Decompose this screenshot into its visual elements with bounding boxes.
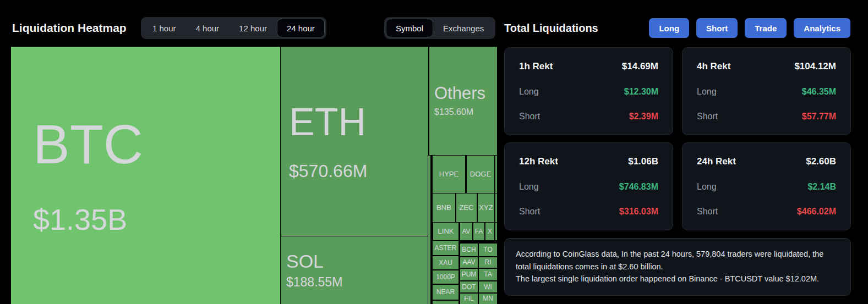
treemap-cell[interactable] bbox=[428, 156, 430, 304]
cell-label: ZEC bbox=[460, 204, 474, 212]
rekt-card: 4h Rekt $104.12M Long $46.35M Short $57.… bbox=[682, 47, 851, 135]
cell-label: FA bbox=[475, 228, 483, 235]
timeframe-tab[interactable]: 24 hour bbox=[277, 19, 325, 37]
cell-label: NEAR bbox=[436, 289, 455, 296]
rekt-card-short-row: Short $57.77M bbox=[697, 112, 836, 121]
short-label: Short bbox=[697, 207, 718, 217]
rekt-card-long-row: Long $46.35M bbox=[697, 87, 836, 97]
action-button[interactable]: Short bbox=[696, 18, 738, 38]
action-button[interactable]: Long bbox=[649, 18, 689, 38]
treemap-cell-link[interactable]: LINK bbox=[433, 223, 458, 240]
rekt-card-total: $14.69M bbox=[622, 61, 658, 72]
timeframe-tab-label: 1 hour bbox=[152, 24, 176, 33]
timeframe-tab[interactable]: 4 hour bbox=[186, 19, 230, 37]
treemap: BTC$1.35BETH$570.66MSOL$188.55MOthers$13… bbox=[11, 47, 497, 304]
rekt-card: 12h Rekt $1.06B Long $746.83M Short $316… bbox=[504, 142, 673, 230]
cell-label: MN bbox=[483, 295, 493, 302]
treemap-cell-hype[interactable]: HYPE bbox=[433, 156, 465, 193]
view-toggle: SymbolExchanges bbox=[384, 17, 495, 39]
cell-value: $1.35B bbox=[33, 204, 127, 235]
action-button[interactable]: Analytics bbox=[794, 18, 850, 38]
short-value: $316.03M bbox=[619, 207, 658, 217]
long-value: $746.83M bbox=[619, 182, 658, 192]
summary-line-1: According to CoinGlass data, In the past… bbox=[516, 248, 839, 273]
treemap-cell[interactable] bbox=[495, 194, 497, 222]
timeframe-tab[interactable]: 1 hour bbox=[143, 19, 186, 37]
cell-label: TO bbox=[483, 246, 492, 253]
rekt-card-title: 4h Rekt bbox=[697, 61, 730, 72]
cell-label: BCH bbox=[462, 246, 476, 253]
cell-label: Others bbox=[434, 85, 485, 103]
treemap-cell-near[interactable]: NEAR bbox=[433, 285, 458, 300]
treemap-cell-fil[interactable]: FIL bbox=[460, 294, 478, 304]
rekt-card: 24h Rekt $2.60B Long $2.14B Short $466.0… bbox=[682, 142, 851, 230]
summary-line-2: The largest single liquidation order hap… bbox=[516, 273, 839, 285]
treemap-cell-fa[interactable]: FA bbox=[473, 223, 484, 240]
cell-label: LINK bbox=[438, 228, 454, 235]
rekt-card-header: 24h Rekt $2.60B bbox=[697, 156, 836, 167]
timeframe-tab-label: 12 hour bbox=[239, 24, 267, 33]
treemap-cell-x[interactable]: X bbox=[485, 223, 494, 240]
treemap-cell-xyz[interactable]: XYZ bbox=[478, 194, 494, 222]
treemap-cell-aav[interactable]: AAV bbox=[460, 257, 478, 268]
short-label: Short bbox=[519, 207, 540, 217]
cell-value: $570.66M bbox=[289, 162, 367, 181]
short-label: Short bbox=[697, 112, 718, 121]
treemap-cell-ta[interactable]: TA bbox=[479, 269, 497, 280]
long-label: Long bbox=[519, 182, 539, 192]
rekt-card-header: 4h Rekt $104.12M bbox=[697, 61, 836, 72]
treemap-cell-mn[interactable]: MN bbox=[479, 294, 497, 304]
treemap-cell-dot[interactable]: DOT bbox=[460, 281, 478, 292]
view-toggle-tab[interactable]: Symbol bbox=[386, 19, 433, 37]
treemap-cell-sol[interactable]: SOL$188.55M bbox=[281, 236, 428, 304]
treemap-cell-bnb[interactable]: BNB bbox=[433, 194, 455, 222]
cell-label: TA bbox=[484, 271, 492, 278]
cell-label: DOGE bbox=[470, 170, 491, 178]
cell-label: FIL bbox=[464, 295, 473, 302]
treemap-cell-av[interactable]: AV bbox=[460, 223, 472, 240]
timeframe-tab-label: 4 hour bbox=[196, 24, 220, 33]
treemap-cell-ri[interactable]: RI bbox=[479, 257, 497, 268]
treemap-cell-btc[interactable]: BTC$1.35B bbox=[11, 47, 281, 304]
treemap-cell[interactable] bbox=[495, 156, 497, 193]
treemap-cell-aster[interactable]: ASTER bbox=[433, 241, 458, 255]
rekt-card-title: 1h Rekt bbox=[519, 61, 553, 72]
rekt-card-title: 12h Rekt bbox=[519, 156, 558, 167]
rekt-card-header: 12h Rekt $1.06B bbox=[519, 156, 658, 167]
rekt-card-long-row: Long $2.14B bbox=[697, 182, 836, 192]
long-label: Long bbox=[519, 87, 539, 97]
view-toggle-tab[interactable]: Exchanges bbox=[433, 19, 494, 37]
treemap-cell-doge[interactable]: DOGE bbox=[467, 156, 494, 193]
long-value: $46.35M bbox=[802, 87, 836, 97]
short-label: Short bbox=[519, 112, 540, 121]
rekt-cards: 1h Rekt $14.69M Long $12.30M Short $2.39… bbox=[504, 47, 851, 230]
summary-box: According to CoinGlass data, In the past… bbox=[504, 238, 851, 296]
timeframe-tab-label: 24 hour bbox=[287, 24, 315, 33]
cell-label: HYPE bbox=[439, 170, 458, 178]
rekt-card-total: $104.12M bbox=[794, 61, 836, 72]
rekt-card-title: 24h Rekt bbox=[697, 156, 736, 167]
rekt-card: 1h Rekt $14.69M Long $12.30M Short $2.39… bbox=[504, 47, 673, 135]
cell-label: XYZ bbox=[479, 204, 493, 212]
cell-label: AV bbox=[462, 228, 470, 235]
treemap-cell-zec[interactable]: ZEC bbox=[456, 194, 477, 222]
treemap-cell-pum[interactable]: PUM bbox=[460, 269, 478, 280]
treemap-cell-to[interactable]: TO bbox=[479, 244, 497, 256]
treemap-cell-xau[interactable]: XAU bbox=[433, 256, 458, 269]
cell-label: PUM bbox=[462, 271, 477, 278]
action-buttons: LongShortTradeAnalytics bbox=[649, 18, 850, 38]
action-button[interactable]: Trade bbox=[745, 18, 787, 38]
short-value: $466.02M bbox=[797, 207, 836, 217]
timeframe-tabs: 1 hour4 hour12 hour24 hour bbox=[141, 17, 326, 39]
treemap-cell-wi[interactable]: WI bbox=[479, 281, 497, 292]
treemap-cell-bch[interactable]: BCH bbox=[460, 244, 478, 256]
treemap-cell[interactable] bbox=[433, 301, 458, 304]
treemap-cell-1000p[interactable]: 1000P bbox=[433, 270, 458, 284]
rekt-card-long-row: Long $746.83M bbox=[519, 182, 658, 192]
treemap-cell[interactable] bbox=[495, 223, 497, 240]
treemap-cell-others[interactable]: Others$135.60M bbox=[429, 47, 497, 155]
page-title: Liquidation Heatmap bbox=[12, 17, 127, 39]
short-value: $2.39M bbox=[629, 112, 658, 121]
treemap-cell-eth[interactable]: ETH$570.66M bbox=[281, 47, 428, 236]
timeframe-tab[interactable]: 12 hour bbox=[229, 19, 277, 37]
